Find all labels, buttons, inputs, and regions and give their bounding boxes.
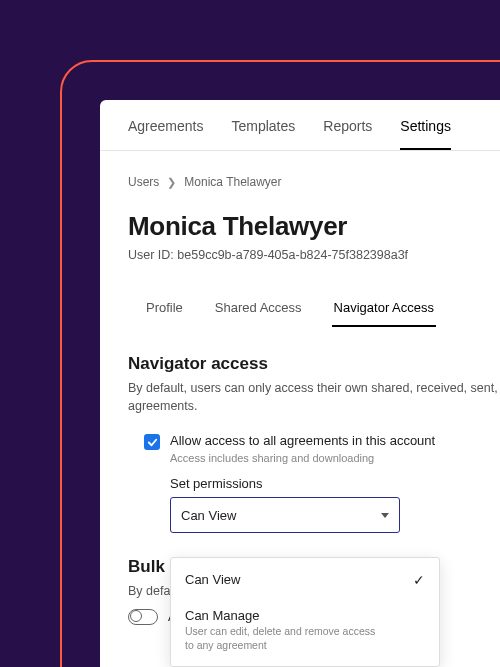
permissions-label: Set permissions (170, 476, 500, 491)
chevron-right-icon: ❯ (167, 176, 176, 189)
subtab-profile[interactable]: Profile (144, 290, 185, 327)
bulk-upload-toggle[interactable] (128, 609, 158, 625)
option-label: Can Manage (185, 608, 259, 623)
subtab-navigator-access[interactable]: Navigator Access (332, 290, 436, 327)
primary-nav: Agreements Templates Reports Settings (100, 100, 500, 151)
page-title: Monica Thelawyer (128, 211, 500, 242)
navigator-access-heading: Navigator access (128, 354, 500, 374)
permissions-select[interactable]: Can View (170, 497, 400, 533)
option-label: Can View (185, 572, 240, 587)
user-subtabs: Profile Shared Access Navigator Access (144, 290, 500, 328)
chevron-down-icon (381, 513, 389, 518)
tab-settings[interactable]: Settings (400, 118, 451, 150)
allow-all-note: Access includes sharing and downloading (170, 452, 500, 464)
option-sublabel: User can edit, delete and remove access … (185, 625, 385, 652)
app-screen: Agreements Templates Reports Settings Us… (100, 100, 500, 667)
check-icon (147, 437, 158, 448)
tab-reports[interactable]: Reports (323, 118, 372, 150)
subtab-shared-access[interactable]: Shared Access (213, 290, 304, 327)
allow-all-checkbox[interactable] (144, 434, 160, 450)
user-id: User ID: be59cc9b-a789-405a-b824-75f3823… (128, 248, 500, 262)
allow-all-label: Allow access to all agreements in this a… (170, 433, 435, 448)
navigator-access-description: By default, users can only access their … (128, 380, 500, 415)
checkmark-icon: ✓ (413, 572, 425, 588)
breadcrumb-current: Monica Thelawyer (184, 175, 281, 189)
tab-templates[interactable]: Templates (231, 118, 295, 150)
tab-agreements[interactable]: Agreements (128, 118, 203, 150)
permissions-selected-value: Can View (181, 508, 236, 523)
breadcrumb-parent[interactable]: Users (128, 175, 159, 189)
user-id-value: be59cc9b-a789-405a-b824-75f382398a3f (177, 248, 408, 262)
permissions-option-can-view[interactable]: Can View ✓ (171, 562, 439, 598)
permissions-option-can-manage[interactable]: Can Manage User can edit, delete and rem… (171, 598, 439, 662)
permissions-dropdown: Can View ✓ Can Manage User can edit, del… (170, 557, 440, 667)
toggle-knob (130, 610, 142, 622)
breadcrumb: Users ❯ Monica Thelawyer (128, 175, 500, 189)
user-id-label: User ID: (128, 248, 174, 262)
